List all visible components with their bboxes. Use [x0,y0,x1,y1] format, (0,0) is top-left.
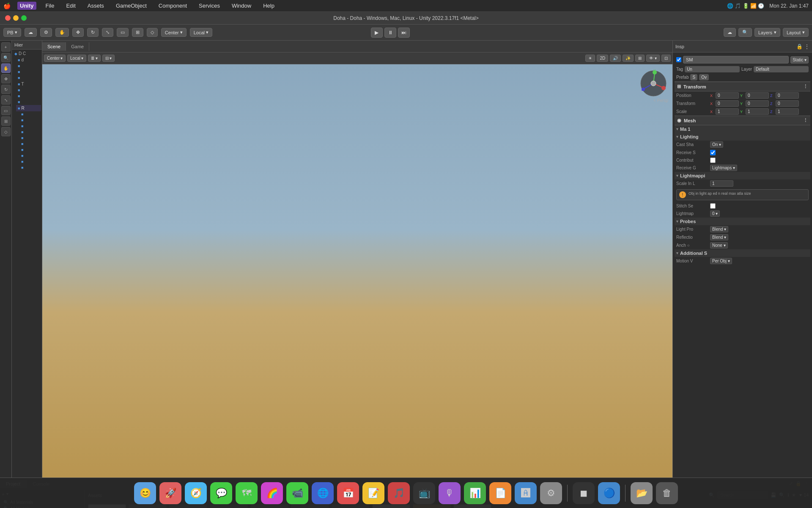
layers-dropdown[interactable]: Layers ▾ [754,28,780,37]
list-item[interactable]: ■ [16,69,41,75]
list-item[interactable]: ■ [19,147,41,153]
list-item[interactable]: ■ T [16,81,41,87]
object-name[interactable]: SM [683,56,789,64]
scene-transform-toggle[interactable]: Local ▾ [67,55,86,62]
move-tool[interactable]: ✥ [72,28,84,37]
receive-gi-select[interactable]: Lightmaps ▾ [710,165,737,171]
scene-grid-btn[interactable]: ⊞ [635,55,645,62]
collab-button[interactable]: ☁ [724,28,736,37]
pivot-toggle[interactable]: Center ▾ [161,28,187,37]
scale-x[interactable] [716,108,739,115]
dock-messages[interactable]: 💬 [210,482,232,504]
scene-lighting-toggle[interactable]: ☀ [585,55,595,62]
list-item[interactable]: ■ [19,159,41,165]
anchor-select[interactable]: None ▾ [710,242,728,248]
branch-selector[interactable]: PB ▾ [3,28,21,37]
materials-section[interactable]: ▾ Ma 1 [675,125,810,133]
transform-tool[interactable]: ⊞ [132,28,143,37]
list-item[interactable]: ■ [16,87,41,93]
transform-header[interactable]: ⊞ Transform ⋮ [675,82,810,91]
menu-file[interactable]: File [43,2,57,10]
hierarchy-search[interactable]: 🔍 [1,53,11,62]
scale-in-lm-input[interactable] [710,180,733,187]
layout-dropdown[interactable]: Layout ▾ [783,28,809,37]
menu-edit[interactable]: Edit [63,2,78,10]
lightmapping-section[interactable]: ▾ Lightmappi [675,172,810,179]
menu-unity[interactable]: Unity [17,2,36,10]
mesh-header[interactable]: ◉ Mesh ⋮ [675,116,810,125]
custom-tool[interactable]: ◇ [147,28,158,37]
hand-tool[interactable]: ✋ [55,28,69,37]
object-static[interactable]: Static ▾ [790,56,809,64]
add-hierarchy-button[interactable]: + [1,42,11,52]
tab-game[interactable]: Game [66,42,89,51]
dock-photos[interactable]: 🌈 [261,482,283,504]
scale-y[interactable] [746,108,769,115]
transform-space-toggle[interactable]: Local ▾ [190,28,212,37]
scene-center-toggle[interactable]: Center ▾ [44,55,66,62]
receive-shadows-toggle[interactable] [710,150,716,155]
lightmap-select[interactable]: 0 ▾ [710,210,720,217]
tag-selector[interactable]: Un [685,66,740,72]
move-tool-left[interactable]: ✥ [1,74,11,83]
scene-overlay-toggle[interactable]: ⊡ [661,55,671,62]
dock-unity[interactable]: ◼ [573,482,595,504]
menu-assets[interactable]: Assets [85,2,107,10]
scale-z[interactable] [776,108,799,115]
dock-launchpad[interactable]: 🚀 [159,482,181,504]
dock-podcast[interactable]: 🎙 [439,482,461,504]
dock-files[interactable]: 📂 [631,482,653,504]
perspective-label[interactable]: < Persp [653,98,668,103]
maximize-button[interactable] [21,15,27,21]
object-active-toggle[interactable] [676,57,681,62]
menu-component[interactable]: Component [156,2,189,10]
step-button[interactable]: ⏭ [398,28,410,38]
position-x[interactable] [716,92,739,99]
dock-calendar[interactable]: 📅 [337,482,359,504]
hand-tool-left[interactable]: ✋ [1,64,11,73]
rotation-y[interactable] [746,100,769,107]
motion-select[interactable]: Per Obj ▾ [710,258,732,264]
scene-audio-toggle[interactable]: 🔊 [610,55,621,62]
dock-pages[interactable]: 📄 [489,482,511,504]
scene-snap-toggle[interactable]: ⊟ ▾ [102,55,115,62]
list-item[interactable]: ■ [19,129,41,135]
dock-maps[interactable]: 🗺 [236,482,258,504]
scene-fx-toggle[interactable]: ✨ [623,55,634,62]
list-item[interactable]: ■ [19,165,41,171]
transform-tool-left[interactable]: ⊞ [1,116,11,126]
scene-grid-toggle[interactable]: ≣ ▾ [88,55,101,62]
dock-settings[interactable]: ⚙ [540,482,562,504]
inspector-options[interactable]: ⋮ [804,44,809,50]
tab-scene[interactable]: Scene [42,42,66,51]
cast-shadows-select[interactable]: On ▾ [710,141,723,148]
light-probes-select[interactable]: Blend ▾ [710,226,728,232]
list-item[interactable]: ■ [19,123,41,129]
rect-tool-left[interactable]: ▭ [1,106,11,115]
rotate-tool[interactable]: ↻ [87,28,99,37]
dock-numbers[interactable]: 📊 [464,482,486,504]
dock-safari[interactable]: 🧭 [185,482,207,504]
cloud-button[interactable]: ☁ [25,28,37,37]
prefab-override[interactable]: Ov [699,74,709,80]
position-y[interactable] [746,92,769,99]
stitch-toggle[interactable] [710,203,716,209]
scene-viewport[interactable]: Y X Z < Persp [42,64,672,478]
scale-tool-left[interactable]: ⤡ [1,95,11,105]
rotate-tool-left[interactable]: ↻ [1,85,11,94]
menu-window[interactable]: Window [229,2,254,10]
list-item[interactable]: ■ [19,111,41,117]
rotation-z[interactable] [776,100,799,107]
pause-button[interactable]: ⏸ [384,28,396,38]
probes-section[interactable]: ▾ Probes [675,218,810,225]
play-button[interactable]: ▶ [371,28,383,38]
dock-unity-hub[interactable]: 🔵 [598,482,620,504]
list-item[interactable]: ■ [19,117,41,123]
layer-selector[interactable]: Default [754,66,809,72]
close-button[interactable] [5,15,11,21]
dock-tv[interactable]: 📺 [413,482,435,504]
list-item[interactable]: ■ R [16,105,41,111]
minimize-button[interactable] [13,15,19,21]
transform-menu[interactable]: ⋮ [803,84,808,89]
list-item[interactable]: ■ [16,93,41,99]
